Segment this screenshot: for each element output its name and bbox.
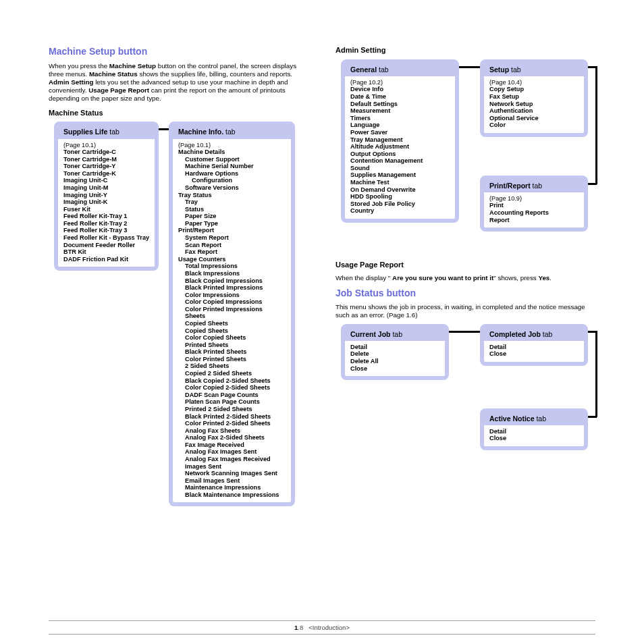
list-item: Images Sent [178,463,286,471]
list-item: Printed 2 Sided Sheets [178,406,286,413]
box-completed-job: Completed Job tab DetailClose [480,324,588,366]
box-active-notice: Active Notice tab DetailClose [480,408,588,450]
connector [595,331,597,417]
list-item: Printed Sheets [178,342,286,349]
box-setup: Setup tab (Page 10.4) Copy SetupFax Setu… [480,59,588,137]
box-header: Completed Job tab [484,328,584,341]
list-item: Supplies Management [350,171,450,179]
heading-admin-setting: Admin Setting [336,46,595,55]
list-item: Contention Management [350,157,450,165]
list-item: Imaging Unit-K [63,198,149,206]
list-item: Toner Cartridge-M [63,156,149,163]
box-machine-info: Machine Info. tab (Page 10.1) Machine De… [169,122,295,506]
usage-page-report-text: When the display " Are you sure you want… [336,274,595,282]
list-item: Analog Fax Sheets [178,427,286,435]
box-header: Active Notice tab [484,412,584,425]
list-item: Accounting Reports [489,209,579,217]
box-body: (Page 10.9) PrintAccounting ReportsRepor… [484,192,584,227]
box-body: DetailClose [484,341,584,362]
box-current-job: Current Job tab DetailDeleteDelete AllCl… [341,324,449,380]
list-item: Print [489,202,579,209]
box-body: (Page 10.2) Device InfoDate & TimeDefaul… [345,76,455,219]
list-item: Delete All [350,358,439,365]
page-footer: 1.8 <Introduction> [49,620,595,635]
list-item: Network Setup [489,101,579,108]
list-item: Sheets [178,313,286,320]
list-item: Black Printed Impressions [178,284,286,292]
connector [587,183,597,185]
list-item: Copied 2 Sided Sheets [178,370,286,377]
list-item: Power Saver [350,129,450,136]
list-item: Analog Fax 2-Sided Sheets [178,434,286,441]
box-header: Current Job tab [345,328,445,341]
list-item: Color Copied Sheets [178,334,286,342]
list-item: Detail [489,428,579,435]
box-header: Supplies Life tab [58,126,155,138]
list-item: HDD Spooling [350,193,450,200]
list-item: Tray Management [350,136,450,144]
list-item: Language [350,122,450,129]
list-item: Copied Sheets [178,320,286,327]
machine-status-diagram: Supplies Life tab (Page 10.1) Toner Cart… [49,122,308,574]
list-item: Feed Roller Kit-Tray 1 [63,213,149,220]
list-item: Output Options [350,151,450,158]
list-item: Optional Service [489,115,579,122]
list-item: Close [350,365,439,373]
list-item: Fuser Kit [63,206,149,213]
list-item: Tray [178,198,286,206]
list-item: Imaging Unit-Y [63,192,149,199]
list-item: Measurement [350,107,450,115]
box-header: Machine Info. tab [173,126,291,138]
list-item: Color Copied 2-Sided Sheets [178,384,286,392]
list-item: On Demand Overwrite [350,186,450,194]
box-body: DetailDeleteDelete AllClose [345,341,445,376]
list-item: Total Impressions [178,263,286,270]
list-item: Fax Report [178,248,286,256]
connector [587,416,597,418]
list-item: Toner Cartridge-Y [63,163,149,170]
connector [595,66,597,184]
list-item: Color Printed 2-Sided Sheets [178,420,286,427]
list-item: Detail [350,344,439,351]
list-item: Scan Report [178,242,286,249]
box-print-report: Print/Report tab (Page 10.9) PrintAccoun… [480,176,588,232]
list-item: Color [489,122,579,129]
box-body: (Page 10.1) Machine Details Customer Sup… [173,139,291,503]
list-item: Color Copied Impressions [178,298,286,306]
box-header: General tab [345,63,455,76]
list-item: Stored Job File Policy [350,200,450,208]
list-item: Platen Scan Page Counts [178,398,286,406]
list-item: Software Versions [178,184,286,192]
list-item: Black Printed Sheets [178,348,286,356]
list-item: Feed Roller Kit - Bypass Tray [63,234,149,242]
list-item: BTR Kit [63,248,149,256]
list-item: Copy Setup [489,86,579,93]
list-item: Configuration [178,177,286,184]
box-body: (Page 10.4) Copy SetupFax SetupNetwork S… [484,76,584,133]
list-item: Color Printed Impressions [178,306,286,313]
list-item: Paper Size [178,213,286,220]
list-item: Feed Roller Kit-Tray 3 [63,227,149,234]
box-body: DetailClose [484,425,584,446]
list-item: Black Copied 2-Sided Sheets [178,377,286,385]
list-item: Color Impressions [178,292,286,299]
list-item: Device Info [350,86,450,93]
list-item: Customer Support [178,156,286,163]
list-item: 2 Sided Sheets [178,363,286,370]
list-item: Email Images Sent [178,477,286,485]
list-item: Machine Serial Number [178,163,286,170]
list-item: Sound [350,165,450,172]
heading-job-status: Job Status button [336,288,595,300]
list-item: Date & Time [350,93,450,101]
box-header: Setup tab [484,63,584,76]
box-header: Print/Report tab [484,180,584,192]
list-item: System Report [178,234,286,242]
list-item: Document Feeder Roller [63,242,149,249]
list-item: Altitude Adjustment [350,143,450,151]
list-item: Analog Fax Images Received [178,456,286,463]
admin-setting-diagram: General tab (Page 10.2) Device InfoDate … [336,59,595,255]
heading-machine-status: Machine Status [49,109,308,118]
list-item: Feed Roller Kit-Tray 2 [63,220,149,227]
list-item: Close [489,350,579,358]
list-item: Copied Sheets [178,327,286,335]
